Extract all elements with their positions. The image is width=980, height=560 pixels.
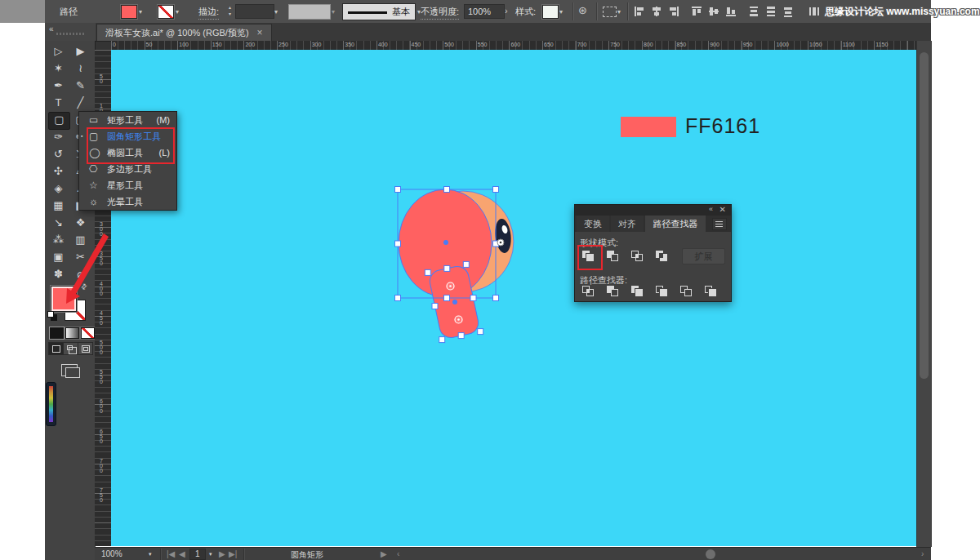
next-page-icon[interactable]: ▶ [219, 549, 225, 558]
align-h-center-icon[interactable] [651, 6, 662, 17]
horizontal-scrollbar-thumb[interactable] [706, 549, 715, 559]
status-collapse-icon[interactable]: ‹ [397, 549, 399, 558]
width-tool-icon[interactable]: ✣ [48, 163, 69, 180]
style-chevron-icon[interactable]: ▾ [559, 8, 563, 16]
eyedropper-tool-icon[interactable]: ↘ [48, 215, 69, 231]
draw-inside-button[interactable] [78, 342, 93, 355]
draw-normal-button[interactable] [48, 342, 64, 355]
horizontal-ruler[interactable]: 0501001502002503003504004505005506006507… [111, 41, 916, 50]
divider [596, 2, 598, 20]
page-chevron-icon[interactable]: ▾ [209, 551, 212, 558]
crop-button[interactable] [655, 285, 669, 297]
flyout-item-star[interactable]: ☆星形工具 [79, 177, 176, 193]
style-swatch[interactable] [542, 5, 559, 19]
stroke-weight-chevron-icon[interactable]: ▾ [274, 8, 278, 16]
rotate-tool-icon[interactable]: ↺ [48, 146, 69, 162]
fill-color-proxy[interactable] [51, 286, 77, 312]
rectangle-tool-icon[interactable]: ▢ [48, 112, 70, 130]
direct-selection-tool-icon[interactable]: ▷ [48, 43, 69, 60]
type-tool-icon[interactable]: T [48, 95, 69, 111]
align-top-icon[interactable] [691, 6, 702, 17]
distribute-top-icon[interactable] [748, 6, 760, 17]
opacity-label[interactable]: 不透明度: [421, 6, 459, 20]
ruler-label: 900 [710, 42, 719, 47]
brush-stroke-preview [348, 11, 387, 14]
line-segment-tool-icon[interactable]: ╱ [70, 95, 91, 111]
width-profile-dropdown[interactable] [288, 4, 331, 20]
distribute-v-center-icon[interactable] [765, 6, 777, 17]
last-page-icon[interactable]: ▶| [229, 549, 237, 558]
stroke-weight-stepper[interactable]: ▴▾ [226, 4, 234, 19]
zoom-level[interactable]: 100% [101, 549, 122, 558]
color-button[interactable] [50, 327, 64, 339]
curvature-tool-icon[interactable]: ✎ [70, 78, 91, 94]
divider [627, 2, 629, 20]
rectangle-icon: ▭ [89, 112, 98, 128]
align-left-icon[interactable] [634, 6, 645, 17]
hand-tool-icon[interactable]: ✽ [48, 266, 69, 282]
opacity-field[interactable]: 100% [464, 4, 505, 19]
slice-tool-icon[interactable]: ✂ [70, 249, 91, 265]
symbol-sprayer-tool-icon[interactable]: ⁂ [48, 232, 69, 248]
page-number-field[interactable]: 1 [189, 549, 206, 560]
stroke-weight-label[interactable]: 描边: [198, 6, 219, 20]
none-button[interactable] [81, 327, 95, 339]
stroke-weight-field[interactable] [235, 4, 274, 19]
align-v-center-icon[interactable] [708, 6, 719, 17]
selection-tool-icon[interactable]: ▶ [70, 43, 91, 60]
fill-color-swatch[interactable] [121, 5, 137, 19]
collapse-panel-icon[interactable]: « [49, 24, 54, 33]
pen-tool-icon[interactable]: ✒ [48, 78, 69, 94]
screen-mode-button[interactable] [61, 364, 78, 376]
swap-fill-stroke-icon[interactable]: ⇄ [79, 282, 89, 291]
align-right-icon[interactable] [668, 6, 679, 17]
trim-button[interactable] [606, 285, 620, 297]
zoom-chevron-icon[interactable]: ▾ [149, 551, 152, 558]
first-page-icon[interactable]: |◀ [167, 549, 175, 558]
scroll-right-icon[interactable]: › [921, 549, 924, 558]
gradient-button[interactable] [65, 327, 79, 339]
fill-chevron-icon[interactable]: ▾ [139, 8, 142, 16]
illustrator-window: 路径 ▾ ▾ 描边: ▴▾ ▾ ▾ 基本 ▾ 不透明度: 100% › 样式: … [0, 0, 980, 560]
align-bottom-icon[interactable] [725, 6, 737, 17]
artboard-tool-icon[interactable]: ▣ [48, 249, 69, 265]
distribute-h-space-icon[interactable] [808, 6, 820, 17]
close-tab-icon[interactable]: × [257, 27, 263, 38]
flyout-item-flare[interactable]: ☼光晕工具 [79, 193, 176, 210]
stroke-color-swatch[interactable] [158, 5, 174, 19]
vertical-scrollbar-thumb[interactable] [920, 52, 929, 379]
flyout-item-rectangle[interactable]: ▭矩形工具(M) [79, 112, 176, 128]
docked-widget[interactable] [46, 382, 56, 426]
document-setup-icon[interactable]: ⊛ [578, 4, 587, 16]
minus-back-button[interactable] [704, 285, 718, 297]
style-label: 样式: [515, 6, 536, 18]
mesh-tool-icon[interactable]: ▦ [48, 198, 69, 214]
lasso-tool-icon[interactable]: ≀ [70, 60, 91, 77]
divide-button[interactable] [581, 285, 595, 297]
shape-builder-tool-icon[interactable]: ◈ [48, 180, 69, 197]
outline-button[interactable] [679, 285, 693, 297]
panel-grip[interactable] [56, 33, 84, 35]
stroke-chevron-icon[interactable]: ▾ [176, 8, 179, 16]
merge-button[interactable] [630, 285, 644, 297]
magic-wand-tool-icon[interactable]: ✶ [48, 60, 69, 77]
column-graph-tool-icon[interactable]: ▥ [70, 232, 91, 248]
status-expand-icon[interactable]: ▶ [381, 549, 387, 558]
zoom-tool-icon[interactable]: ⌀ [70, 266, 91, 282]
select-similar-chevron-icon[interactable]: ▾ [617, 8, 621, 16]
tutorial-highlight-box [87, 127, 175, 164]
ruler-label: 650 [544, 42, 554, 47]
prev-page-icon[interactable]: ◀ [179, 549, 185, 558]
ruler-label: 5 0 [100, 74, 103, 84]
document-tab[interactable]: 滑板车女孩.ai* @ 100% (RGB/预览)× [96, 24, 272, 42]
default-fill-stroke-icon[interactable] [47, 311, 57, 321]
paintbrush-tool-icon[interactable]: ✑ [48, 129, 69, 145]
select-similar-icon[interactable] [603, 7, 617, 17]
blend-tool-icon[interactable]: ❖ [70, 215, 91, 231]
draw-behind-button[interactable] [63, 342, 78, 355]
width-profile-chevron-icon[interactable]: ▾ [332, 8, 335, 16]
distribute-bottom-icon[interactable] [782, 6, 794, 17]
vertical-scrollbar[interactable] [916, 41, 932, 547]
brush-definition-dropdown[interactable]: 基本 [342, 3, 416, 20]
opacity-expand-icon[interactable]: › [505, 6, 508, 16]
